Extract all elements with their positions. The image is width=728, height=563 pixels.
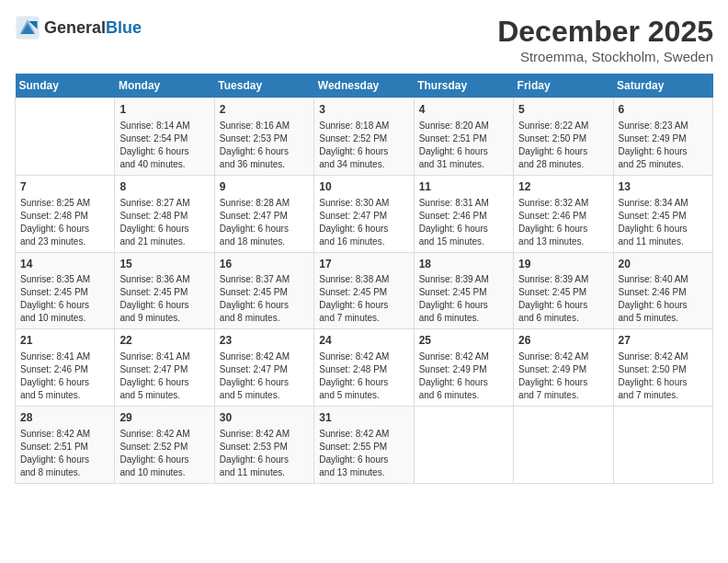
day-cell-9: 9Sunrise: 8:28 AMSunset: 2:47 PMDaylight… — [214, 175, 313, 252]
day-content-21: Sunrise: 8:41 AMSunset: 2:46 PMDaylight:… — [20, 350, 109, 402]
day-content-22: Sunrise: 8:41 AMSunset: 2:47 PMDaylight:… — [119, 350, 209, 402]
day-content-27: Sunrise: 8:42 AMSunset: 2:50 PMDaylight:… — [619, 350, 708, 402]
day-cell-10: 10Sunrise: 8:30 AMSunset: 2:47 PMDayligh… — [314, 175, 414, 252]
day-cell-20: 20Sunrise: 8:40 AMSunset: 2:46 PMDayligh… — [613, 252, 712, 329]
day-content-28: Sunrise: 8:42 AMSunset: 2:51 PMDaylight:… — [20, 428, 109, 479]
day-number-19: 19 — [518, 257, 608, 272]
day-cell-18: 18Sunrise: 8:39 AMSunset: 2:45 PMDayligh… — [414, 252, 513, 329]
day-content-1: Sunrise: 8:14 AMSunset: 2:54 PMDaylight:… — [119, 120, 209, 171]
day-content-9: Sunrise: 8:28 AMSunset: 2:47 PMDaylight:… — [220, 197, 309, 248]
day-content-4: Sunrise: 8:20 AMSunset: 2:51 PMDaylight:… — [419, 120, 508, 171]
day-cell-11: 11Sunrise: 8:31 AMSunset: 2:46 PMDayligh… — [414, 175, 513, 252]
day-number-21: 21 — [20, 333, 109, 349]
empty-cell — [414, 407, 513, 484]
header-monday: Monday — [115, 74, 214, 98]
day-cell-19: 19Sunrise: 8:39 AMSunset: 2:45 PMDayligh… — [514, 252, 613, 329]
day-cell-13: 13Sunrise: 8:34 AMSunset: 2:45 PMDayligh… — [613, 175, 712, 252]
day-cell-24: 24Sunrise: 8:42 AMSunset: 2:48 PMDayligh… — [314, 329, 414, 407]
day-cell-29: 29Sunrise: 8:42 AMSunset: 2:52 PMDayligh… — [115, 407, 214, 484]
day-cell-2: 2Sunrise: 8:16 AMSunset: 2:53 PMDaylight… — [214, 98, 313, 176]
day-cell-17: 17Sunrise: 8:38 AMSunset: 2:45 PMDayligh… — [314, 252, 414, 329]
day-number-11: 11 — [419, 179, 508, 195]
day-content-24: Sunrise: 8:42 AMSunset: 2:48 PMDaylight:… — [319, 350, 408, 402]
day-number-5: 5 — [518, 102, 608, 118]
empty-cell — [613, 407, 712, 484]
day-content-14: Sunrise: 8:35 AMSunset: 2:45 PMDaylight:… — [20, 273, 109, 325]
title-block: December 2025 Stroemma, Stockholm, Swede… — [497, 15, 713, 64]
header-tuesday: Tuesday — [214, 74, 313, 98]
day-number-12: 12 — [518, 179, 608, 195]
day-number-8: 8 — [119, 179, 209, 195]
day-cell-22: 22Sunrise: 8:41 AMSunset: 2:47 PMDayligh… — [115, 329, 214, 407]
day-content-18: Sunrise: 8:39 AMSunset: 2:45 PMDaylight:… — [419, 273, 508, 325]
day-cell-27: 27Sunrise: 8:42 AMSunset: 2:50 PMDayligh… — [613, 329, 712, 407]
empty-cell — [514, 407, 613, 484]
day-number-17: 17 — [319, 257, 408, 272]
day-number-13: 13 — [619, 179, 708, 195]
day-cell-6: 6Sunrise: 8:23 AMSunset: 2:49 PMDaylight… — [613, 98, 712, 176]
day-number-4: 4 — [419, 102, 508, 118]
day-content-19: Sunrise: 8:39 AMSunset: 2:45 PMDaylight:… — [518, 273, 608, 325]
day-number-29: 29 — [119, 410, 209, 426]
calendar-week-4: 21Sunrise: 8:41 AMSunset: 2:46 PMDayligh… — [16, 329, 713, 407]
day-content-26: Sunrise: 8:42 AMSunset: 2:49 PMDaylight:… — [518, 350, 608, 402]
day-cell-30: 30Sunrise: 8:42 AMSunset: 2:53 PMDayligh… — [214, 407, 313, 484]
day-number-31: 31 — [319, 410, 408, 426]
day-number-26: 26 — [518, 333, 608, 349]
day-cell-28: 28Sunrise: 8:42 AMSunset: 2:51 PMDayligh… — [16, 407, 115, 484]
day-content-31: Sunrise: 8:42 AMSunset: 2:55 PMDaylight:… — [319, 428, 408, 479]
logo-general: GeneralBlue — [44, 19, 142, 37]
calendar-week-5: 28Sunrise: 8:42 AMSunset: 2:51 PMDayligh… — [16, 407, 713, 484]
empty-cell — [16, 98, 115, 176]
day-number-6: 6 — [619, 102, 708, 118]
day-cell-15: 15Sunrise: 8:36 AMSunset: 2:45 PMDayligh… — [115, 252, 214, 329]
header-sunday: Sunday — [16, 74, 115, 98]
day-cell-25: 25Sunrise: 8:42 AMSunset: 2:49 PMDayligh… — [414, 329, 513, 407]
day-content-20: Sunrise: 8:40 AMSunset: 2:46 PMDaylight:… — [619, 273, 708, 325]
calendar-week-2: 7Sunrise: 8:25 AMSunset: 2:48 PMDaylight… — [16, 175, 713, 252]
day-cell-21: 21Sunrise: 8:41 AMSunset: 2:46 PMDayligh… — [16, 329, 115, 407]
day-number-18: 18 — [419, 257, 508, 272]
day-content-13: Sunrise: 8:34 AMSunset: 2:45 PMDaylight:… — [619, 197, 708, 248]
main-title: December 2025 — [497, 15, 713, 49]
calendar-header-row: SundayMondayTuesdayWednesdayThursdayFrid… — [16, 74, 713, 98]
day-number-27: 27 — [619, 333, 708, 349]
day-content-3: Sunrise: 8:18 AMSunset: 2:52 PMDaylight:… — [319, 120, 408, 171]
day-number-30: 30 — [220, 410, 309, 426]
header-wednesday: Wednesday — [314, 74, 414, 98]
day-cell-12: 12Sunrise: 8:32 AMSunset: 2:46 PMDayligh… — [514, 175, 613, 252]
day-cell-16: 16Sunrise: 8:37 AMSunset: 2:45 PMDayligh… — [214, 252, 313, 329]
day-number-1: 1 — [119, 102, 209, 118]
day-number-14: 14 — [20, 257, 109, 272]
day-content-2: Sunrise: 8:16 AMSunset: 2:53 PMDaylight:… — [220, 120, 309, 171]
day-number-24: 24 — [319, 333, 408, 349]
day-number-25: 25 — [419, 333, 508, 349]
day-content-17: Sunrise: 8:38 AMSunset: 2:45 PMDaylight:… — [319, 273, 408, 325]
header-friday: Friday — [514, 74, 613, 98]
day-number-20: 20 — [619, 257, 708, 272]
day-content-25: Sunrise: 8:42 AMSunset: 2:49 PMDaylight:… — [419, 350, 508, 402]
day-cell-3: 3Sunrise: 8:18 AMSunset: 2:52 PMDaylight… — [314, 98, 414, 176]
day-content-23: Sunrise: 8:42 AMSunset: 2:47 PMDaylight:… — [220, 350, 309, 402]
day-number-9: 9 — [220, 179, 309, 195]
day-content-5: Sunrise: 8:22 AMSunset: 2:50 PMDaylight:… — [518, 120, 608, 171]
subtitle: Stroemma, Stockholm, Sweden — [497, 49, 713, 64]
day-content-8: Sunrise: 8:27 AMSunset: 2:48 PMDaylight:… — [119, 197, 209, 248]
day-cell-26: 26Sunrise: 8:42 AMSunset: 2:49 PMDayligh… — [514, 329, 613, 407]
day-number-23: 23 — [220, 333, 309, 349]
day-number-28: 28 — [20, 410, 109, 426]
day-cell-23: 23Sunrise: 8:42 AMSunset: 2:47 PMDayligh… — [214, 329, 313, 407]
calendar-table: SundayMondayTuesdayWednesdayThursdayFrid… — [15, 74, 713, 484]
day-content-11: Sunrise: 8:31 AMSunset: 2:46 PMDaylight:… — [419, 197, 508, 248]
day-content-7: Sunrise: 8:25 AMSunset: 2:48 PMDaylight:… — [20, 197, 109, 248]
day-number-7: 7 — [20, 179, 109, 195]
day-number-16: 16 — [220, 257, 309, 272]
day-number-10: 10 — [319, 179, 408, 195]
calendar-week-3: 14Sunrise: 8:35 AMSunset: 2:45 PMDayligh… — [16, 252, 713, 329]
logo: GeneralBlue — [15, 15, 142, 40]
day-number-22: 22 — [119, 333, 209, 349]
day-cell-8: 8Sunrise: 8:27 AMSunset: 2:48 PMDaylight… — [115, 175, 214, 252]
day-cell-14: 14Sunrise: 8:35 AMSunset: 2:45 PMDayligh… — [16, 252, 115, 329]
day-cell-5: 5Sunrise: 8:22 AMSunset: 2:50 PMDaylight… — [514, 98, 613, 176]
page-header: GeneralBlue December 2025 Stroemma, Stoc… — [15, 15, 713, 64]
